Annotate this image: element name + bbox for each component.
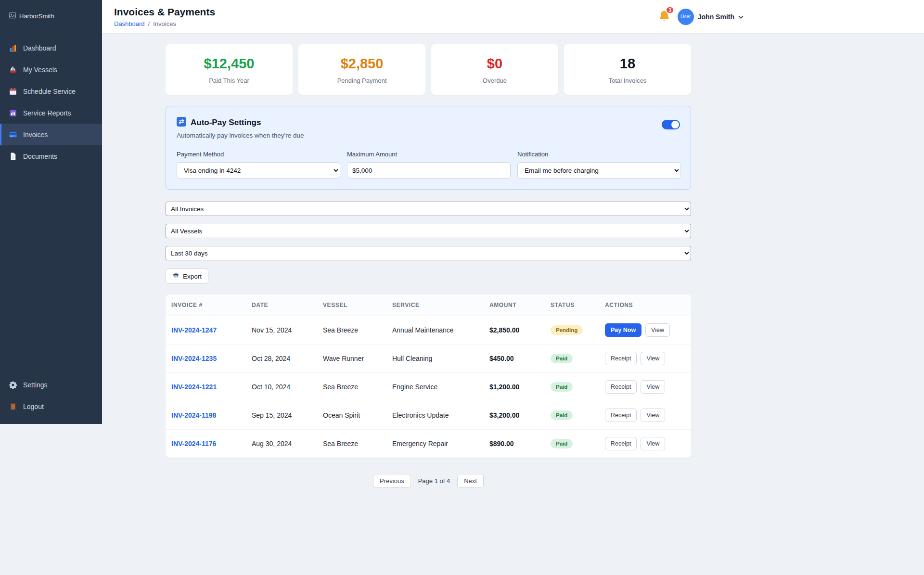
- invoice-vessel: Sea Breeze: [317, 430, 386, 458]
- invoice-service: Electronics Update: [386, 401, 484, 430]
- credit-card-icon: [9, 130, 17, 139]
- topbar-right: 3 User John Smith: [658, 9, 744, 25]
- autopay-panel: Auto-Pay Settings Automatically pay invo…: [166, 106, 691, 190]
- invoice-vessel: Wave Runner: [317, 345, 386, 373]
- view-button[interactable]: View: [641, 380, 665, 394]
- invoice-link[interactable]: INV-2024-1198: [171, 411, 216, 419]
- invoice-date: Nov 15, 2024: [246, 316, 317, 345]
- sidebar: HarborSmith Dashboard My Vessels Schedul…: [0, 0, 102, 424]
- sidebar-item-schedule-service[interactable]: Schedule Service: [0, 80, 102, 102]
- toggle-knob: [671, 121, 679, 128]
- receipt-button[interactable]: Receipt: [605, 437, 637, 450]
- sidebar-item-dashboard[interactable]: Dashboard: [0, 37, 102, 59]
- view-button[interactable]: View: [641, 409, 665, 422]
- invoice-vessel: Sea Breeze: [317, 373, 386, 401]
- status-badge: Paid: [551, 410, 573, 420]
- sidebar-footer: Settings Logout: [0, 374, 102, 424]
- autopay-icon: [177, 117, 186, 128]
- invoice-link[interactable]: INV-2024-1176: [171, 440, 216, 447]
- export-button[interactable]: Export: [166, 268, 208, 284]
- col-status: STATUS: [545, 294, 599, 316]
- status-badge: Pending: [551, 325, 583, 335]
- invoice-date: Oct 28, 2024: [246, 345, 317, 373]
- receipt-button[interactable]: Receipt: [605, 352, 637, 365]
- payment-method-field: Payment Method Visa ending in 4242: [177, 151, 340, 179]
- sidebar-item-settings[interactable]: Settings: [0, 374, 102, 396]
- invoice-link[interactable]: INV-2024-1235: [171, 355, 217, 362]
- sidebar-nav: Dashboard My Vessels Schedule Service Se…: [0, 37, 102, 167]
- notification-field: Notification Email me before charging: [517, 151, 681, 179]
- stat-value: 18: [570, 56, 685, 72]
- notifications-button[interactable]: 3: [658, 9, 671, 24]
- stats-row: $12,450 Paid This Year $2,850 Pending Pa…: [166, 44, 691, 95]
- col-vessel: VESSEL: [317, 294, 386, 316]
- view-button[interactable]: View: [645, 323, 670, 337]
- stat-card-pending-payment: $2,850 Pending Payment: [298, 44, 425, 95]
- previous-page-button[interactable]: Previous: [373, 474, 411, 488]
- printer-icon: [172, 272, 180, 281]
- stat-label: Pending Payment: [304, 77, 420, 84]
- invoice-link[interactable]: INV-2024-1247: [171, 326, 217, 334]
- view-button[interactable]: View: [641, 352, 665, 365]
- receipt-button[interactable]: Receipt: [605, 380, 637, 394]
- sidebar-item-label: Dashboard: [23, 44, 56, 52]
- logo[interactable]: HarborSmith: [0, 0, 102, 33]
- sidebar-item-label: Documents: [23, 153, 57, 160]
- breadcrumb: Dashboard / Invoices: [114, 20, 215, 27]
- sidebar-item-documents[interactable]: Documents: [0, 145, 102, 167]
- next-page-button[interactable]: Next: [457, 474, 484, 488]
- dashboard-icon: [9, 44, 17, 52]
- stat-card-overdue: $0 Overdue: [431, 44, 558, 95]
- maximum-amount-label: Maximum Amount: [347, 151, 511, 158]
- receipt-button[interactable]: Receipt: [605, 409, 637, 422]
- autopay-subtitle: Automatically pay invoices when they're …: [177, 132, 304, 139]
- sidebar-item-logout[interactable]: Logout: [0, 396, 102, 417]
- user-menu[interactable]: User John Smith: [678, 9, 744, 25]
- payment-method-label: Payment Method: [177, 151, 340, 158]
- sidebar-item-label: Service Reports: [23, 109, 71, 117]
- invoice-vessel: Ocean Spirit: [317, 401, 386, 430]
- invoice-status-filter-select[interactable]: All Invoices: [166, 202, 691, 216]
- topbar: Invoices & Payments Dashboard / Invoices…: [102, 0, 924, 34]
- invoice-service: Annual Maintenance: [386, 316, 484, 345]
- payment-method-select[interactable]: Visa ending in 4242: [177, 162, 340, 179]
- breadcrumb-dashboard-link[interactable]: Dashboard: [114, 20, 145, 27]
- pagination: Previous Page 1 of 4 Next: [166, 474, 691, 488]
- stat-value: $0: [437, 56, 552, 72]
- status-badge: Paid: [551, 439, 573, 448]
- maximum-amount-input[interactable]: [347, 162, 511, 179]
- invoices-table-card: INVOICE # DATE VESSEL SERVICE AMOUNT STA…: [166, 294, 691, 458]
- invoice-link[interactable]: INV-2024-1221: [171, 383, 217, 391]
- invoice-service: Engine Service: [386, 373, 484, 401]
- sailboat-icon: [9, 65, 17, 74]
- col-invoice: INVOICE #: [166, 294, 246, 316]
- invoice-amount: $450.00: [484, 345, 545, 373]
- autopay-title: Auto-Pay Settings: [191, 118, 261, 128]
- sidebar-item-invoices[interactable]: Invoices: [0, 124, 102, 145]
- calendar-icon: [9, 87, 17, 96]
- col-date: DATE: [246, 294, 317, 316]
- user-name: John Smith: [698, 13, 734, 21]
- date-range-filter-select[interactable]: Last 30 days: [166, 246, 691, 260]
- avatar-alt-text: User: [680, 14, 691, 19]
- table-row: INV-2024-1235 Oct 28, 2024 Wave Runner H…: [166, 345, 691, 373]
- stat-value: $12,450: [171, 56, 287, 72]
- vessel-filter-select[interactable]: All Vessels: [166, 224, 691, 238]
- topbar-left: Invoices & Payments Dashboard / Invoices: [114, 6, 215, 27]
- autopay-toggle[interactable]: [662, 120, 680, 129]
- table-row: INV-2024-1198 Sep 15, 2024 Ocean Spirit …: [166, 401, 691, 430]
- breadcrumb-current: Invoices: [153, 20, 176, 27]
- invoice-vessel: Sea Breeze: [317, 316, 386, 345]
- invoice-amount: $2,850.00: [484, 316, 545, 345]
- invoice-date: Aug 30, 2024: [246, 430, 317, 458]
- sidebar-item-service-reports[interactable]: Service Reports: [0, 102, 102, 124]
- col-amount: AMOUNT: [484, 294, 545, 316]
- sidebar-item-label: Schedule Service: [23, 88, 76, 95]
- invoices-table: INVOICE # DATE VESSEL SERVICE AMOUNT STA…: [166, 294, 691, 458]
- notification-select[interactable]: Email me before charging: [517, 162, 681, 179]
- sidebar-item-my-vessels[interactable]: My Vessels: [0, 59, 102, 80]
- pay-now-button[interactable]: Pay Now: [605, 323, 642, 337]
- stat-card-total-invoices: 18 Total Invoices: [564, 44, 691, 95]
- view-button[interactable]: View: [641, 437, 665, 450]
- invoice-amount: $890.00: [484, 430, 545, 458]
